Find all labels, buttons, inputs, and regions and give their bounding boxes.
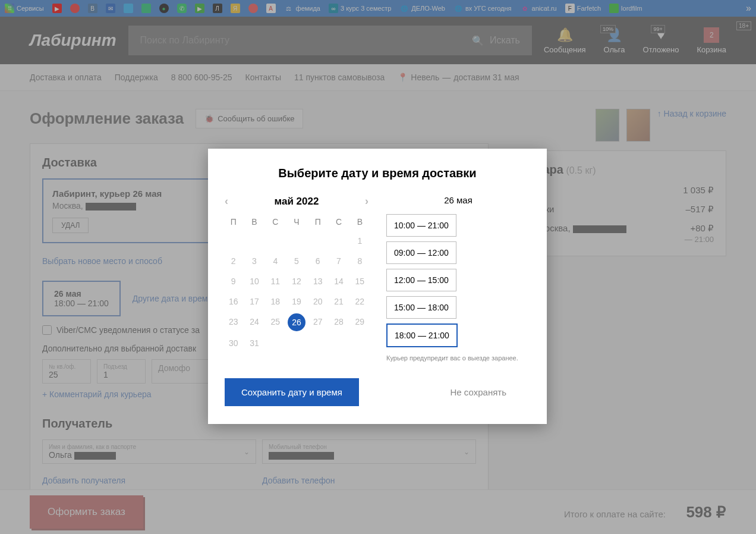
calendar-day[interactable]: 25 [267,313,284,331]
calendar-day [330,335,347,351]
calendar-dow: В [245,215,263,229]
calendar-prev[interactable]: ‹ [225,195,228,208]
calendar-next[interactable]: › [365,195,368,208]
calendar-day[interactable]: 7 [330,253,347,269]
time-slot[interactable]: 12:00 — 15:00 [386,269,456,291]
time-slot[interactable]: 18:00 — 21:00 [386,323,458,347]
calendar-day[interactable]: 17 [245,293,263,310]
calendar-day[interactable]: 20 [309,293,326,310]
time-slot[interactable]: 09:00 — 12:00 [386,241,456,264]
calendar-day [225,233,242,249]
calendar-day[interactable]: 15 [351,273,368,290]
calendar-day [245,233,263,249]
calendar-day [309,335,326,351]
calendar-day[interactable]: 2 [225,253,242,269]
calendar-day[interactable]: 5 [288,253,305,269]
calendar-day [351,335,368,351]
calendar: ‹ май 2022 › ПВСЧПСВ12345678910111213141… [225,195,368,362]
calendar-day [288,233,305,249]
calendar-day[interactable]: 1 [351,233,368,249]
calendar-dow: П [309,215,326,229]
calendar-day[interactable]: 13 [309,273,326,290]
calendar-month: май 2022 [275,196,319,208]
calendar-day[interactable]: 30 [225,335,242,351]
calendar-day[interactable]: 3 [245,253,263,269]
calendar-day[interactable]: 6 [309,253,326,269]
calendar-day[interactable]: 12 [288,273,305,290]
calendar-day [267,233,284,249]
time-slot[interactable]: 15:00 — 18:00 [386,296,456,319]
calendar-day[interactable]: 23 [225,313,242,331]
calendar-dow: П [225,215,242,229]
calendar-day[interactable]: 16 [225,293,242,310]
calendar-day[interactable]: 9 [225,273,242,290]
calendar-day[interactable]: 10 [245,273,263,290]
cancel-datetime-link[interactable]: Не сохранять [451,387,506,397]
calendar-day [330,233,347,249]
calendar-day[interactable]: 28 [330,313,347,331]
calendar-dow: С [330,215,347,229]
calendar-day[interactable]: 29 [351,313,368,331]
calendar-day[interactable]: 24 [245,313,263,331]
calendar-day[interactable]: 21 [330,293,347,310]
calendar-day[interactable]: 18 [267,293,284,310]
calendar-day [309,233,326,249]
calendar-day[interactable]: 19 [288,293,305,310]
calendar-day[interactable]: 11 [267,273,284,290]
calendar-dow: Ч [288,215,305,229]
time-slot[interactable]: 10:00 — 21:00 [386,214,456,237]
calendar-day[interactable]: 22 [351,293,368,310]
save-datetime-button[interactable]: Сохранить дату и время [225,378,359,406]
courier-note: Курьер предупредит вас о выезде заранее. [386,354,530,362]
calendar-day[interactable]: 4 [267,253,284,269]
datetime-modal: Выберите дату и время доставки ‹ май 202… [208,149,547,424]
time-date: 26 мая [386,195,530,205]
calendar-dow: В [351,215,368,229]
calendar-day[interactable]: 8 [351,253,368,269]
calendar-day [267,335,284,351]
calendar-dow: С [267,215,284,229]
modal-title: Выберите дату и время доставки [225,167,530,180]
calendar-day[interactable]: 14 [330,273,347,290]
calendar-day[interactable]: 27 [309,313,326,331]
calendar-day[interactable]: 26 [288,313,305,331]
calendar-day [288,335,305,351]
calendar-day[interactable]: 31 [245,335,263,351]
